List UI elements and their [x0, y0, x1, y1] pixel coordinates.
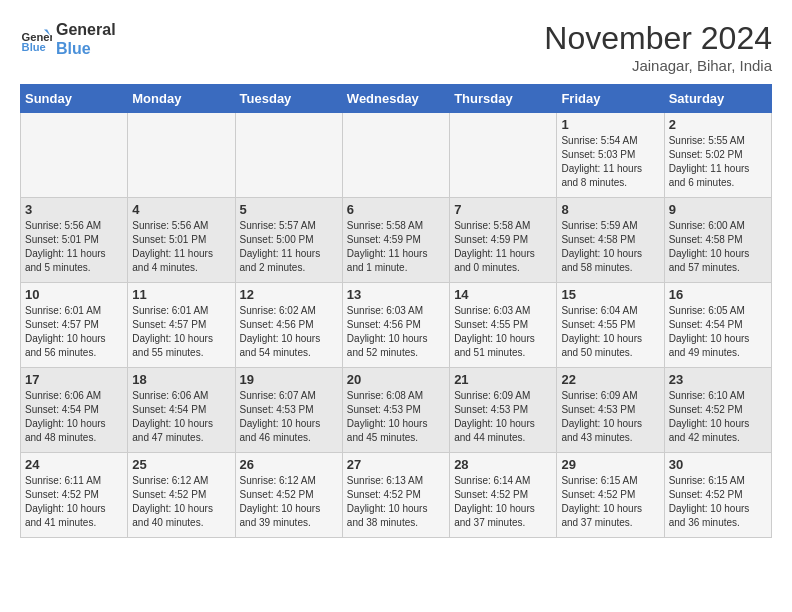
calendar-cell: 10Sunrise: 6:01 AM Sunset: 4:57 PM Dayli… — [21, 283, 128, 368]
calendar-cell: 30Sunrise: 6:15 AM Sunset: 4:52 PM Dayli… — [664, 453, 771, 538]
day-number: 26 — [240, 457, 338, 472]
col-header-friday: Friday — [557, 85, 664, 113]
day-info: Sunrise: 5:58 AM Sunset: 4:59 PM Dayligh… — [347, 219, 445, 275]
calendar-cell: 24Sunrise: 6:11 AM Sunset: 4:52 PM Dayli… — [21, 453, 128, 538]
calendar-cell: 27Sunrise: 6:13 AM Sunset: 4:52 PM Dayli… — [342, 453, 449, 538]
title-block: November 2024 Jainagar, Bihar, India — [544, 20, 772, 74]
calendar-cell: 9Sunrise: 6:00 AM Sunset: 4:58 PM Daylig… — [664, 198, 771, 283]
day-number: 14 — [454, 287, 552, 302]
calendar-cell: 7Sunrise: 5:58 AM Sunset: 4:59 PM Daylig… — [450, 198, 557, 283]
day-info: Sunrise: 6:03 AM Sunset: 4:56 PM Dayligh… — [347, 304, 445, 360]
col-header-wednesday: Wednesday — [342, 85, 449, 113]
day-number: 21 — [454, 372, 552, 387]
day-info: Sunrise: 6:09 AM Sunset: 4:53 PM Dayligh… — [561, 389, 659, 445]
day-number: 10 — [25, 287, 123, 302]
calendar-cell: 5Sunrise: 5:57 AM Sunset: 5:00 PM Daylig… — [235, 198, 342, 283]
calendar-table: SundayMondayTuesdayWednesdayThursdayFrid… — [20, 84, 772, 538]
day-number: 19 — [240, 372, 338, 387]
day-number: 2 — [669, 117, 767, 132]
day-number: 28 — [454, 457, 552, 472]
calendar-cell: 13Sunrise: 6:03 AM Sunset: 4:56 PM Dayli… — [342, 283, 449, 368]
calendar-cell: 15Sunrise: 6:04 AM Sunset: 4:55 PM Dayli… — [557, 283, 664, 368]
calendar-cell: 25Sunrise: 6:12 AM Sunset: 4:52 PM Dayli… — [128, 453, 235, 538]
day-number: 1 — [561, 117, 659, 132]
page-header: General Blue General Blue November 2024 … — [20, 20, 772, 74]
day-number: 23 — [669, 372, 767, 387]
day-info: Sunrise: 6:06 AM Sunset: 4:54 PM Dayligh… — [25, 389, 123, 445]
day-number: 3 — [25, 202, 123, 217]
calendar-cell: 2Sunrise: 5:55 AM Sunset: 5:02 PM Daylig… — [664, 113, 771, 198]
calendar-cell: 17Sunrise: 6:06 AM Sunset: 4:54 PM Dayli… — [21, 368, 128, 453]
day-info: Sunrise: 6:05 AM Sunset: 4:54 PM Dayligh… — [669, 304, 767, 360]
calendar-cell: 19Sunrise: 6:07 AM Sunset: 4:53 PM Dayli… — [235, 368, 342, 453]
calendar-cell: 22Sunrise: 6:09 AM Sunset: 4:53 PM Dayli… — [557, 368, 664, 453]
calendar-cell: 21Sunrise: 6:09 AM Sunset: 4:53 PM Dayli… — [450, 368, 557, 453]
day-number: 30 — [669, 457, 767, 472]
day-info: Sunrise: 6:01 AM Sunset: 4:57 PM Dayligh… — [132, 304, 230, 360]
day-info: Sunrise: 6:04 AM Sunset: 4:55 PM Dayligh… — [561, 304, 659, 360]
month-title: November 2024 — [544, 20, 772, 57]
calendar-cell: 20Sunrise: 6:08 AM Sunset: 4:53 PM Dayli… — [342, 368, 449, 453]
col-header-sunday: Sunday — [21, 85, 128, 113]
day-info: Sunrise: 5:56 AM Sunset: 5:01 PM Dayligh… — [132, 219, 230, 275]
calendar-cell: 26Sunrise: 6:12 AM Sunset: 4:52 PM Dayli… — [235, 453, 342, 538]
calendar-cell — [450, 113, 557, 198]
day-info: Sunrise: 6:00 AM Sunset: 4:58 PM Dayligh… — [669, 219, 767, 275]
day-number: 16 — [669, 287, 767, 302]
day-number: 18 — [132, 372, 230, 387]
day-number: 22 — [561, 372, 659, 387]
day-info: Sunrise: 6:02 AM Sunset: 4:56 PM Dayligh… — [240, 304, 338, 360]
col-header-tuesday: Tuesday — [235, 85, 342, 113]
day-info: Sunrise: 5:59 AM Sunset: 4:58 PM Dayligh… — [561, 219, 659, 275]
calendar-cell: 14Sunrise: 6:03 AM Sunset: 4:55 PM Dayli… — [450, 283, 557, 368]
day-info: Sunrise: 5:57 AM Sunset: 5:00 PM Dayligh… — [240, 219, 338, 275]
day-info: Sunrise: 6:06 AM Sunset: 4:54 PM Dayligh… — [132, 389, 230, 445]
calendar-cell: 12Sunrise: 6:02 AM Sunset: 4:56 PM Dayli… — [235, 283, 342, 368]
logo-general: General — [56, 20, 116, 39]
calendar-cell — [235, 113, 342, 198]
day-number: 29 — [561, 457, 659, 472]
day-number: 5 — [240, 202, 338, 217]
day-number: 24 — [25, 457, 123, 472]
day-number: 15 — [561, 287, 659, 302]
day-info: Sunrise: 6:01 AM Sunset: 4:57 PM Dayligh… — [25, 304, 123, 360]
logo-blue: Blue — [56, 39, 116, 58]
day-number: 13 — [347, 287, 445, 302]
day-number: 12 — [240, 287, 338, 302]
day-number: 11 — [132, 287, 230, 302]
calendar-cell: 1Sunrise: 5:54 AM Sunset: 5:03 PM Daylig… — [557, 113, 664, 198]
calendar-cell: 23Sunrise: 6:10 AM Sunset: 4:52 PM Dayli… — [664, 368, 771, 453]
day-info: Sunrise: 5:58 AM Sunset: 4:59 PM Dayligh… — [454, 219, 552, 275]
calendar-cell: 29Sunrise: 6:15 AM Sunset: 4:52 PM Dayli… — [557, 453, 664, 538]
calendar-cell — [128, 113, 235, 198]
calendar-cell — [21, 113, 128, 198]
logo: General Blue General Blue — [20, 20, 116, 58]
calendar-cell: 6Sunrise: 5:58 AM Sunset: 4:59 PM Daylig… — [342, 198, 449, 283]
day-info: Sunrise: 6:10 AM Sunset: 4:52 PM Dayligh… — [669, 389, 767, 445]
calendar-cell: 11Sunrise: 6:01 AM Sunset: 4:57 PM Dayli… — [128, 283, 235, 368]
calendar-cell: 16Sunrise: 6:05 AM Sunset: 4:54 PM Dayli… — [664, 283, 771, 368]
day-info: Sunrise: 6:12 AM Sunset: 4:52 PM Dayligh… — [240, 474, 338, 530]
day-number: 4 — [132, 202, 230, 217]
day-info: Sunrise: 5:54 AM Sunset: 5:03 PM Dayligh… — [561, 134, 659, 190]
day-number: 17 — [25, 372, 123, 387]
col-header-monday: Monday — [128, 85, 235, 113]
col-header-saturday: Saturday — [664, 85, 771, 113]
day-info: Sunrise: 6:09 AM Sunset: 4:53 PM Dayligh… — [454, 389, 552, 445]
day-number: 6 — [347, 202, 445, 217]
day-number: 9 — [669, 202, 767, 217]
calendar-cell — [342, 113, 449, 198]
day-info: Sunrise: 6:13 AM Sunset: 4:52 PM Dayligh… — [347, 474, 445, 530]
calendar-cell: 8Sunrise: 5:59 AM Sunset: 4:58 PM Daylig… — [557, 198, 664, 283]
calendar-cell: 4Sunrise: 5:56 AM Sunset: 5:01 PM Daylig… — [128, 198, 235, 283]
location: Jainagar, Bihar, India — [544, 57, 772, 74]
logo-icon: General Blue — [20, 23, 52, 55]
day-info: Sunrise: 6:07 AM Sunset: 4:53 PM Dayligh… — [240, 389, 338, 445]
svg-text:Blue: Blue — [22, 41, 46, 53]
day-number: 8 — [561, 202, 659, 217]
day-number: 7 — [454, 202, 552, 217]
day-number: 25 — [132, 457, 230, 472]
day-info: Sunrise: 5:56 AM Sunset: 5:01 PM Dayligh… — [25, 219, 123, 275]
day-info: Sunrise: 6:03 AM Sunset: 4:55 PM Dayligh… — [454, 304, 552, 360]
day-info: Sunrise: 6:15 AM Sunset: 4:52 PM Dayligh… — [669, 474, 767, 530]
